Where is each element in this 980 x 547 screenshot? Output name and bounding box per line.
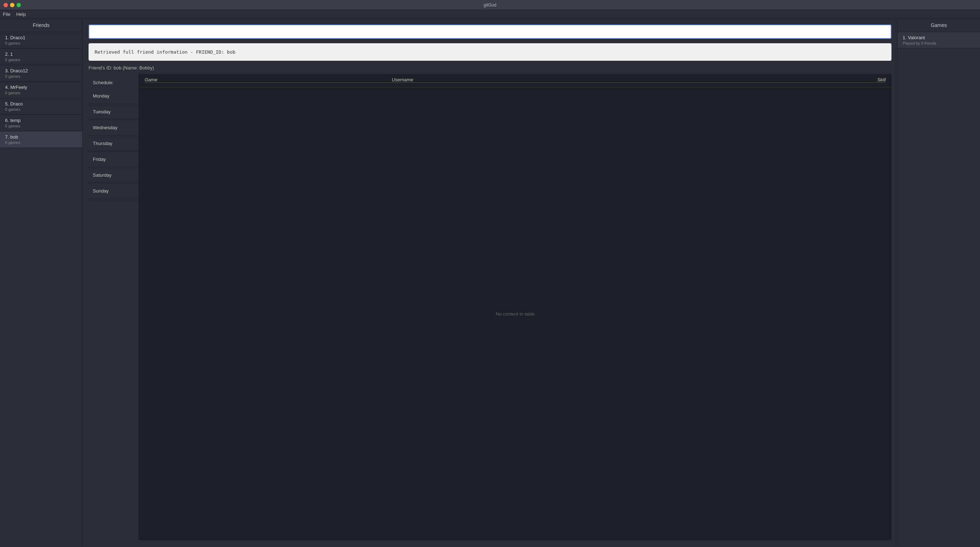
friends-header: Friends — [0, 19, 83, 32]
th-username: Username — [392, 77, 762, 84]
window-controls[interactable] — [3, 3, 21, 7]
game-item[interactable]: 1. ValorantPlayed by 0 friends — [897, 32, 980, 49]
table-header: Game Username Skill — [139, 74, 891, 88]
schedule-left: Schedule: MondayTuesdayWednesdayThursday… — [89, 74, 139, 540]
title-bar: gitGud — [0, 0, 980, 10]
friend-games: 0 games — [5, 91, 77, 95]
minimize-button[interactable] — [10, 3, 14, 7]
menu-file[interactable]: File — [3, 11, 10, 17]
result-box: Retrieved full friend information - FRIE… — [89, 43, 891, 61]
friend-name: 1. Draco1 — [5, 35, 77, 40]
game-name: 1. Valorant — [903, 35, 975, 40]
friend-games: 0 games — [5, 107, 77, 112]
day-item[interactable]: Thursday — [89, 136, 138, 152]
friend-name: 7. bob — [5, 134, 77, 140]
day-item[interactable]: Saturday — [89, 167, 138, 183]
friend-item[interactable]: 2. 10 games — [0, 49, 83, 65]
days-list: MondayTuesdayWednesdayThursdayFridaySatu… — [89, 88, 138, 199]
friend-item[interactable]: 6. temp0 games — [0, 115, 83, 131]
main-layout: Friends 1. Draco10 games2. 10 games3. Dr… — [0, 19, 980, 546]
th-game: Game — [145, 77, 392, 84]
friend-games: 0 games — [5, 124, 77, 128]
friend-name: 5. Draco — [5, 101, 77, 107]
day-item[interactable]: Friday — [89, 152, 138, 167]
menu-bar: File Help — [0, 10, 980, 19]
friend-item[interactable]: 1. Draco10 games — [0, 32, 83, 49]
result-message: Retrieved full friend information - FRIE… — [95, 49, 235, 55]
games-list: 1. ValorantPlayed by 0 friends — [897, 32, 980, 49]
th-skill: Skill — [762, 77, 886, 84]
day-item[interactable]: Sunday — [89, 183, 138, 199]
schedule-container: Schedule: MondayTuesdayWednesdayThursday… — [89, 74, 891, 540]
friend-item[interactable]: 3. Draco120 games — [0, 65, 83, 82]
friends-sidebar: Friends 1. Draco10 games2. 10 games3. Dr… — [0, 19, 83, 546]
day-item[interactable]: Wednesday — [89, 120, 138, 136]
friend-games: 0 games — [5, 41, 77, 45]
games-sidebar: Games 1. ValorantPlayed by 0 friends — [897, 19, 980, 546]
friend-name: 3. Draco12 — [5, 68, 77, 73]
schedule-right: Game Username Skill No content in table — [139, 74, 891, 540]
friend-games: 0 games — [5, 140, 77, 145]
friend-item[interactable]: 7. bob0 games — [0, 131, 83, 148]
close-button[interactable] — [3, 3, 8, 7]
games-header: Games — [897, 19, 980, 32]
friend-name: 6. temp — [5, 118, 77, 123]
center-content: Retrieved full friend information - FRIE… — [83, 19, 897, 546]
day-item[interactable]: Tuesday — [89, 104, 138, 120]
friends-list: 1. Draco10 games2. 10 games3. Draco120 g… — [0, 32, 83, 148]
maximize-button[interactable] — [17, 3, 21, 7]
schedule-label: Schedule: — [89, 77, 138, 88]
table-body: No content in table — [139, 88, 891, 540]
friend-info: Friend's ID: bob (Name: Bobby) — [89, 65, 891, 70]
friend-games: 0 games — [5, 74, 77, 78]
friend-item[interactable]: 5. Draco0 games — [0, 98, 83, 115]
friend-games: 0 games — [5, 57, 77, 62]
search-input[interactable] — [89, 24, 891, 39]
table-empty-message: No content in table — [496, 311, 535, 317]
menu-help[interactable]: Help — [16, 11, 26, 17]
window-title: gitGud — [484, 3, 496, 8]
day-item[interactable]: Monday — [89, 88, 138, 104]
game-friends: Played by 0 friends — [903, 41, 975, 45]
friend-name: 2. 1 — [5, 51, 77, 57]
friend-item[interactable]: 4. MrFeely0 games — [0, 82, 83, 98]
friend-name: 4. MrFeely — [5, 85, 77, 90]
